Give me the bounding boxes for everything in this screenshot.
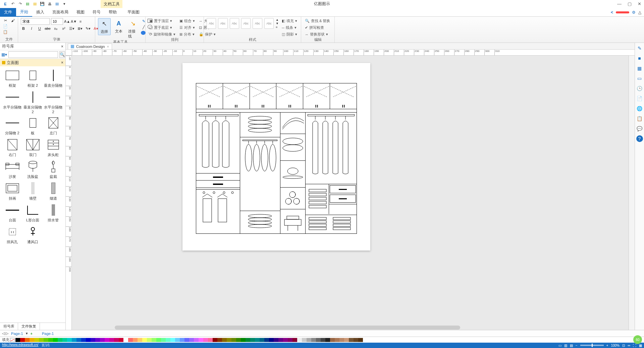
color-swatch[interactable] [133, 338, 138, 342]
shape-item[interactable]: 框架 2 [23, 69, 42, 88]
color-swatch[interactable] [274, 338, 278, 342]
rail-item-3[interactable]: ▭ [636, 75, 643, 82]
zoom-slider[interactable] [580, 345, 604, 346]
bold-button[interactable]: B [21, 26, 26, 31]
maximize-button[interactable]: ▢ [628, 1, 632, 6]
color-swatch[interactable] [152, 338, 156, 342]
color-swatch[interactable] [105, 338, 109, 342]
color-swatch[interactable] [184, 338, 189, 342]
color-swatch[interactable] [297, 338, 302, 342]
rail-item-6[interactable]: 🌐 [636, 105, 643, 112]
doc-tab-coatroom[interactable]: Coatroom Design × [68, 44, 112, 49]
color-swatch[interactable] [53, 338, 58, 342]
lib-menu-icon[interactable]: ▦▾ [1, 52, 7, 57]
color-swatch[interactable] [175, 338, 180, 342]
color-swatch[interactable] [147, 338, 152, 342]
color-swatch[interactable] [72, 338, 76, 342]
strike-button[interactable]: abc [45, 26, 50, 31]
rail-item-5[interactable]: 📄 [636, 95, 643, 102]
shape-item[interactable]: 排水管 [44, 204, 63, 223]
shape-item[interactable]: 框架 [3, 69, 22, 88]
style-1[interactable]: Abc [207, 18, 216, 29]
color-swatch[interactable] [142, 338, 147, 342]
color-swatch[interactable] [109, 338, 114, 342]
menu-view[interactable]: 视图 [72, 8, 89, 17]
select-tool[interactable]: ↖选择 [98, 18, 111, 35]
color-swatch[interactable] [231, 338, 236, 342]
color-swatch[interactable] [278, 338, 283, 342]
gear-icon[interactable]: ⚙ [632, 10, 636, 15]
footer-tab-recovery[interactable]: 文件恢复 [18, 323, 40, 330]
color-swatch[interactable] [62, 338, 67, 342]
color-swatch[interactable] [67, 338, 72, 342]
color-swatch[interactable] [236, 338, 241, 342]
shape-item[interactable]: 挂画 [3, 182, 22, 201]
rail-item-0[interactable]: ✎ [636, 45, 643, 52]
color-swatch[interactable] [194, 338, 199, 342]
color-swatch[interactable] [81, 338, 86, 342]
group-button[interactable]: ▣组合▾ [178, 18, 196, 24]
color-swatch[interactable] [119, 338, 123, 342]
format-painter-icon[interactable]: 🖌 [10, 18, 15, 23]
color-swatch[interactable] [344, 338, 349, 342]
color-swatch[interactable] [208, 338, 213, 342]
scrollbar-horizontal[interactable] [78, 325, 623, 330]
menu-file[interactable]: 文件 [0, 8, 16, 17]
shape-item[interactable]: 台面 [3, 204, 22, 223]
color-swatch[interactable] [241, 338, 246, 342]
panel-close-icon[interactable]: × [61, 44, 63, 49]
color-swatch[interactable] [222, 338, 227, 342]
search-button[interactable]: 🔍 [59, 51, 65, 58]
style-5[interactable]: Abc [253, 18, 262, 29]
fill-button[interactable]: ◧填充▾ [281, 18, 298, 24]
color-swatch[interactable] [354, 338, 358, 342]
color-swatch[interactable] [25, 338, 30, 342]
notification-badge[interactable]: 60 [633, 335, 642, 344]
color-swatch[interactable] [255, 338, 260, 342]
qat-more-icon[interactable]: ▾ [62, 1, 67, 7]
rail-item-9[interactable]: ? [636, 135, 643, 142]
color-swatch[interactable] [335, 338, 339, 342]
color-swatch[interactable] [44, 338, 48, 342]
fit-width-icon[interactable]: ⇔ [628, 344, 630, 347]
color-swatch[interactable] [311, 338, 316, 342]
no-fill-swatch[interactable] [10, 338, 15, 342]
canvas-scroll[interactable] [72, 56, 629, 330]
color-swatch[interactable] [58, 338, 62, 342]
menu-insert[interactable]: 插入 [32, 8, 48, 17]
shape-item[interactable]: 板 [23, 117, 42, 136]
rail-item-4[interactable]: 🕒 [636, 85, 643, 92]
italic-button[interactable]: I [29, 26, 34, 31]
shape-item[interactable]: 双门 [23, 138, 42, 157]
highlight-icon[interactable]: ✎▾ [85, 26, 91, 31]
menu-symbol[interactable]: 符号 [89, 8, 105, 17]
color-swatch[interactable] [250, 338, 255, 342]
color-swatch[interactable] [48, 338, 53, 342]
style-2[interactable]: Abc [218, 18, 227, 29]
align-text-icon[interactable]: ≡ [78, 19, 83, 24]
fit-page-icon[interactable]: ⊡ [622, 344, 625, 347]
color-swatch[interactable] [128, 338, 133, 342]
canvas-page[interactable] [182, 63, 370, 251]
redo-icon[interactable]: ↷ [17, 1, 23, 7]
panel-category[interactable]: 立面图 × [0, 59, 65, 66]
status-url[interactable]: http://www.edrawsoft.cn/ [2, 343, 38, 348]
color-swatch[interactable] [138, 338, 142, 342]
color-swatch[interactable] [330, 338, 335, 342]
page-tab-arrows[interactable]: ◁ ▷ [2, 331, 8, 336]
add-page-button[interactable]: + [31, 332, 33, 336]
color-swatch[interactable] [30, 338, 34, 342]
color-swatch[interactable] [302, 338, 307, 342]
minimize-button[interactable]: — [617, 1, 622, 6]
connector-tool[interactable]: ↘连接线 [127, 18, 139, 40]
fullscreen-icon[interactable]: ⛶ [633, 344, 636, 347]
shape-item[interactable]: 垂直分隔物 [44, 69, 63, 88]
color-swatch[interactable] [166, 338, 170, 342]
color-swatch[interactable] [339, 338, 344, 342]
rail-item-7[interactable]: 📋 [636, 115, 643, 122]
rail-item-8[interactable]: 💬 [636, 125, 643, 132]
shape-item[interactable]: 水平分隔物 [3, 91, 22, 114]
color-swatch[interactable] [203, 338, 208, 342]
color-swatch[interactable] [95, 338, 100, 342]
style-3[interactable]: Abc [230, 18, 239, 29]
